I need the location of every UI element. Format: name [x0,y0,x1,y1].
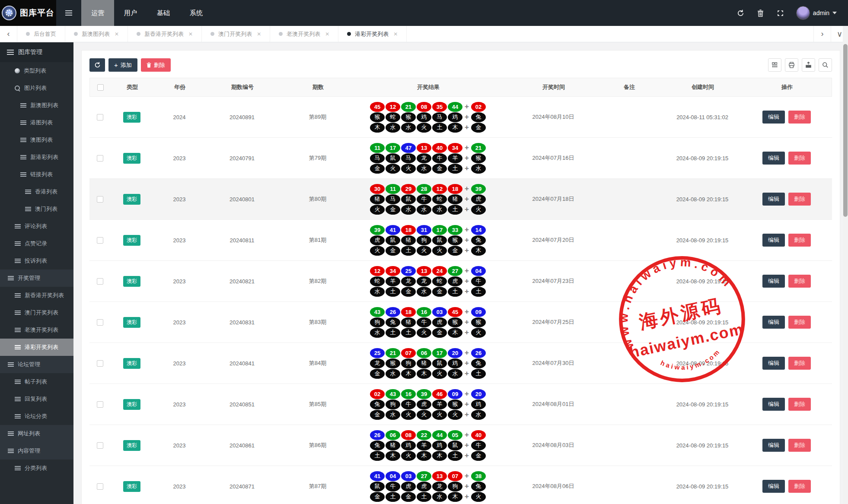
sidebar-item-19[interactable]: 回复列表 [0,390,73,408]
sidebar-item-9[interactable]: 评论列表 [0,218,73,235]
select-all-checkbox[interactable] [97,84,104,91]
edit-button[interactable]: 编辑 [762,234,785,247]
app-logo: 图库平台 [0,0,56,26]
tab-4[interactable]: 老澳开奖列表✕ [270,26,338,42]
tab-5[interactable]: 港彩开奖列表✕ [338,26,407,42]
scrollbar-thumb[interactable] [843,44,848,217]
tab-close-icon[interactable]: ✕ [257,31,261,37]
sidebar-item-23[interactable]: 分类列表 [0,460,73,477]
user-menu[interactable]: admin [796,6,837,20]
edit-button[interactable]: 编辑 [762,398,785,411]
number-ball: 12 [386,102,400,112]
row-checkbox[interactable] [97,401,103,408]
row-checkbox[interactable] [97,483,103,490]
tab-close-icon[interactable]: ✕ [325,31,329,37]
sidebar-item-11[interactable]: 投诉列表 [0,252,73,269]
row-checkbox[interactable] [97,114,103,120]
sidebar-item-4[interactable]: 澳图列表 [0,131,73,149]
row-checkbox[interactable] [97,278,103,285]
page-scrollbar[interactable] [843,26,848,504]
sidebar-item-14[interactable]: 澳门开奖列表 [0,304,73,321]
tabs-scroll-left-button[interactable]: ‹ [0,26,17,42]
delete-button[interactable]: 删除 [141,58,171,72]
sidebar-item-22[interactable]: 内容管理 [0,442,73,460]
row-delete-button[interactable]: 删除 [788,439,811,452]
draw-time-cell: 2024年08月10日 [499,111,607,124]
sidebar-item-18[interactable]: 帖子列表 [0,373,73,390]
sidebar-item-10[interactable]: 点赞记录 [0,235,73,252]
edit-button[interactable]: 编辑 [762,275,785,288]
sidebar-item-6[interactable]: 链接列表 [0,166,73,183]
row-delete-button[interactable]: 删除 [788,357,811,370]
refresh-table-button[interactable] [89,58,105,72]
sidebar-item-1[interactable]: 图片列表 [0,79,73,97]
fullscreen-icon[interactable] [776,9,785,17]
sidebar-item-5[interactable]: 新港彩列表 [0,149,73,166]
nav-item-3[interactable]: 系统 [180,0,213,26]
code-cell: 20240791 [205,152,279,164]
number-ball: 28 [417,184,431,194]
sidebar-item-16[interactable]: 港彩开奖列表 [0,339,73,356]
columns-toggle-button[interactable] [768,58,781,72]
element-ball: 土 [448,164,462,174]
tab-2[interactable]: 新香港开奖列表✕ [128,26,202,42]
nav-item-2[interactable]: 基础 [147,0,180,26]
row-checkbox[interactable] [97,319,103,326]
row-delete-button[interactable]: 删除 [788,193,811,206]
tab-close-icon[interactable]: ✕ [393,31,398,37]
edit-button[interactable]: 编辑 [762,152,785,165]
row-delete-button[interactable]: 删除 [788,275,811,288]
tab-0[interactable]: 后台首页 [17,26,65,42]
sidebar-item-7[interactable]: 香港列表 [0,183,73,200]
tabs-scroll-right-button[interactable]: › [813,26,831,42]
number-line: 410403271307+38 [358,471,497,481]
row-checkbox[interactable] [97,155,103,162]
sidebar-toggle-button[interactable] [56,0,81,26]
refresh-icon[interactable] [736,9,745,17]
sidebar-item-0[interactable]: 类型列表 [0,62,73,79]
add-button[interactable]: + 添加 [108,58,137,72]
edit-button[interactable]: 编辑 [762,480,785,493]
sidebar-item-2[interactable]: 新澳图列表 [0,97,73,114]
sidebar-item-20[interactable]: 论坛分类 [0,408,73,425]
nav-item-0[interactable]: 运营 [81,0,114,26]
row-delete-button[interactable]: 删除 [788,111,811,124]
export-button[interactable] [802,58,815,72]
search-button[interactable] [819,58,832,72]
sidebar-item-15[interactable]: 老澳开奖列表 [0,321,73,339]
sidebar-item-17[interactable]: 论坛管理 [0,356,73,373]
edit-button[interactable]: 编辑 [762,439,785,452]
row-delete-button[interactable]: 删除 [788,152,811,165]
tab-1[interactable]: 新澳图列表✕ [65,26,128,42]
tab-close-icon[interactable]: ✕ [188,31,193,37]
sidebar-item-12[interactable]: 开奖管理 [0,269,73,287]
tab-3[interactable]: 澳门开奖列表✕ [202,26,270,42]
row-delete-button[interactable]: 删除 [788,480,811,493]
table-row-5: 澳彩202320240831第83期432618160345+09狗兔猪牛虎猴+… [89,302,832,343]
sidebar-item-21[interactable]: 网址列表 [0,425,73,442]
row-delete-button[interactable]: 删除 [788,316,811,329]
edit-button[interactable]: 编辑 [762,193,785,206]
zodiac-ball: 虎 [417,482,431,491]
code-cell: 20240861 [205,440,279,451]
trash-icon[interactable] [756,9,765,17]
nav-item-1[interactable]: 用户 [114,0,147,26]
element-line: 金土金土水木+火 [358,492,497,502]
sidebar-item-13[interactable]: 新香港开奖列表 [0,287,73,304]
sidebar-item-3[interactable]: 港图列表 [0,114,73,131]
edit-button[interactable]: 编辑 [762,316,785,329]
tab-close-icon[interactable]: ✕ [115,31,119,37]
row-checkbox[interactable] [97,196,103,203]
row-checkbox[interactable] [97,360,103,367]
zodiac-ball: 鼠 [386,235,400,245]
sidebar-item-8[interactable]: 澳门列表 [0,200,73,218]
sidebar-header[interactable]: 图库管理 [0,42,73,62]
note-cell [607,197,650,202]
row-delete-button[interactable]: 删除 [788,398,811,411]
row-delete-button[interactable]: 删除 [788,234,811,247]
row-checkbox[interactable] [97,237,103,244]
row-checkbox[interactable] [97,442,103,449]
edit-button[interactable]: 编辑 [762,357,785,370]
print-button[interactable] [785,58,798,72]
edit-button[interactable]: 编辑 [762,111,785,124]
